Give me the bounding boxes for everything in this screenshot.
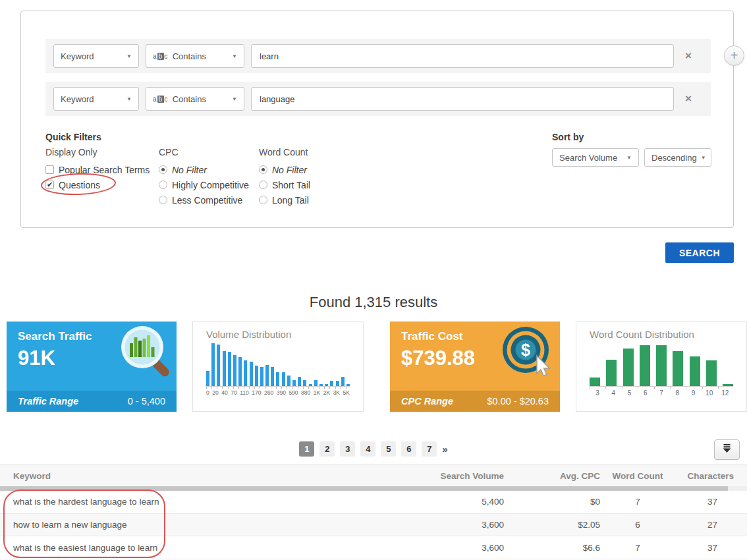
radio-icon [159,181,167,189]
filter-operator-select[interactable]: abcContains▼ [146,87,244,111]
download-icon [722,443,732,456]
quick-filters-columns: Display OnlyPopular Search Terms✔Questio… [45,147,364,208]
chart-bar [223,351,226,386]
filter-value-input[interactable] [251,44,674,68]
filter-row: Keyword▼abcContains▼× [45,82,711,116]
add-filter-button[interactable]: + [724,45,744,66]
chart-bar [244,360,247,386]
page-button[interactable]: 5 [381,441,396,457]
search-traffic-card: Search Traffic 91K Traffic Range 0 - 5,4… [7,322,177,412]
radio-option[interactable]: Short Tail [259,177,364,192]
table-row[interactable]: what is the easiest language to learn3,6… [0,536,747,559]
filter-field-select[interactable]: Keyword▼ [53,87,139,111]
column-header: Avg. CPC [504,471,600,481]
keyword-cell: what is the easiest language to learn [0,543,359,553]
search-button[interactable]: SEARCH [665,242,734,263]
page-button[interactable]: 7 [422,441,437,457]
quick-filter-group: CPCNo FilterHighly CompetitiveLess Compe… [159,147,259,208]
card-footer-label: Traffic Range [18,396,78,406]
quick-filter-group: Display OnlyPopular Search Terms✔Questio… [45,147,159,208]
x-tick-label: 7 [653,389,669,397]
page-button[interactable]: 4 [360,441,375,457]
dollar-target-cursor-icon: $ [499,325,553,384]
next-page-icon[interactable]: » [442,441,447,457]
volume-distribution-card: Volume Distribution 02040701101702603905… [192,322,364,412]
x-tick-label: 12 [717,389,733,397]
option-label: Long Tail [272,195,309,206]
text-contains-icon: abc [153,96,168,103]
chart-bar [309,384,312,386]
page-button[interactable]: 2 [319,441,335,457]
table-row[interactable]: how to learn a new language3,600$2.05627 [0,514,747,537]
x-tick-label: 40 [221,389,227,396]
chart-bar [250,362,253,386]
pagination: 1234567» [0,441,747,457]
radio-icon [159,196,167,204]
filter-value-input[interactable] [251,87,674,111]
radio-option[interactable]: No Filter [159,162,259,177]
chart-bar [346,384,350,386]
word-count-cell: 6 [600,520,675,530]
chart-bar [706,360,717,386]
search-volume-cell: 3,600 [359,520,504,530]
x-axis-labels: 02040701101702603905908801K2K3K5K [206,389,350,396]
x-tick-label: 590 [289,389,298,396]
radio-icon [259,196,267,204]
chart-bar [690,356,700,387]
volume-bars [206,343,350,387]
table-scrollbar-thumb[interactable] [0,486,728,491]
chart-title: Volume Distribution [206,329,350,340]
search-volume-cell: 3,600 [359,543,504,553]
characters-cell: 37 [675,543,747,553]
chart-bar [282,372,285,386]
results-heading: Found 1,315 results [0,294,747,311]
radio-option[interactable]: Less Competitive [159,192,259,208]
x-tick-label: 8 [669,389,685,397]
radio-option[interactable]: No Filter [259,162,364,177]
filter-operator-select[interactable]: abcContains▼ [146,44,244,68]
sort-field-value: Search Volume [559,153,617,163]
sort-direction-select[interactable]: Descending ▼ [644,148,711,167]
avg-cpc-cell: $0 [504,497,600,507]
x-tick-label: 9 [685,389,701,397]
chart-bar [590,378,600,386]
radio-option[interactable]: Highly Competitive [159,177,259,192]
table-body: what is the hardest language to learn5,4… [0,491,747,559]
x-tick-label: 0 [206,389,209,396]
remove-filter-icon[interactable]: × [674,49,703,63]
characters-cell: 37 [675,497,747,507]
table-scrollbar [0,486,747,491]
x-tick-label: 5 [621,389,637,397]
download-button[interactable] [714,439,740,460]
filter-operator-value: Contains [173,94,206,104]
page-button[interactable]: 1 [299,441,314,457]
sort-field-select[interactable]: Search Volume ▼ [552,148,639,167]
page-button[interactable]: 6 [401,441,416,457]
page-button[interactable]: 3 [340,441,355,457]
keyword-cell: what is the hardest language to learn [0,497,359,507]
chart-bar [303,380,306,386]
x-tick-label: 260 [264,389,273,396]
option-label: Short Tail [272,180,310,190]
filter-field-select[interactable]: Keyword▼ [53,44,139,68]
chart-bar [206,371,209,386]
chart-bar [325,384,328,386]
table-row[interactable]: what is the hardest language to learn5,4… [0,491,747,514]
x-tick-label: 5K [343,389,350,396]
checkbox-option[interactable]: Popular Search Terms [45,162,159,177]
x-tick-label: 3 [590,389,605,397]
x-tick-label: 880 [301,389,310,396]
chevron-down-icon: ▼ [228,96,237,102]
radio-option[interactable]: Long Tail [259,192,364,208]
checkbox-option[interactable]: ✔Questions [45,177,159,192]
results-table: KeywordSearch VolumeAvg. CPCWord CountCh… [0,464,747,559]
filter-field-value: Keyword [61,51,94,61]
column-header: Word Count [600,471,675,481]
chart-bar [271,367,274,386]
chart-bar [233,355,236,386]
chart-bar [238,357,242,386]
card-footer-label: CPC Range [401,396,453,406]
remove-filter-icon[interactable]: × [674,92,703,105]
sort-by-title: Sort by [552,132,711,142]
option-label: Less Competitive [172,195,242,206]
